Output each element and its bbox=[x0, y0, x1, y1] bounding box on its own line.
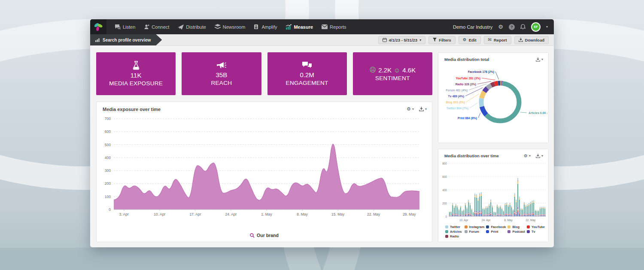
download-icon bbox=[419, 107, 424, 111]
edit-button[interactable]: ⚙ Edit bbox=[459, 36, 481, 44]
bell-icon[interactable] bbox=[520, 24, 526, 30]
chart-bars-icon bbox=[286, 24, 292, 30]
svg-text:200: 200 bbox=[442, 202, 447, 205]
paper-plane-icon bbox=[178, 24, 184, 30]
legend-label: Forum bbox=[469, 230, 479, 234]
print-icon bbox=[486, 230, 489, 233]
chart-export-control[interactable]: ▾ bbox=[536, 154, 543, 158]
card-title: Media distribution over time bbox=[444, 153, 499, 158]
legend-item-podcast[interactable]: Podcast bbox=[507, 230, 525, 234]
avatar[interactable]: EF bbox=[531, 22, 541, 32]
legend-item-youtube[interactable]: YouTube bbox=[527, 225, 545, 229]
caret-icon: ▾ bbox=[529, 154, 531, 158]
svg-text:400: 400 bbox=[442, 189, 447, 192]
donut-label-twitter: Twitter 804 (7%) bbox=[447, 107, 468, 110]
legend-item-instagram[interactable]: Instagram bbox=[465, 225, 485, 229]
kpi-engagement[interactable]: 0.2M ENGAGEMENT bbox=[267, 52, 347, 95]
legend-label: Tv bbox=[532, 230, 535, 234]
legend-label: Twitter bbox=[450, 225, 460, 229]
right-column: Media distribution total ▾ Articles 6.6K… bbox=[438, 52, 549, 242]
kpi-value: 11K bbox=[131, 72, 142, 79]
svg-text:8. May: 8. May bbox=[504, 219, 513, 222]
legend-column: InstagramForum bbox=[465, 225, 485, 238]
account-caret-icon[interactable]: ▾ bbox=[546, 25, 548, 29]
donut-label-articles: Articles 6.6K (61%) bbox=[529, 111, 547, 115]
legend-item-twitter[interactable]: Twitter bbox=[445, 225, 463, 229]
kpi-label: MEDIA EXPOSURE bbox=[109, 80, 163, 87]
donut-chart-svg: Articles 6.6K (61%)Print 884 (8%)Twitter… bbox=[439, 63, 547, 139]
nav-item-amplify[interactable]: Amplify bbox=[250, 19, 281, 34]
legend-item-print[interactable]: Print bbox=[486, 230, 506, 234]
download-icon bbox=[536, 57, 540, 62]
nav-label: Listen bbox=[123, 24, 135, 30]
filters-button[interactable]: Filters bbox=[428, 36, 456, 44]
download-button[interactable]: Download bbox=[514, 36, 549, 44]
legend-label: Our brand bbox=[257, 233, 279, 238]
nav-item-measure[interactable]: Measure bbox=[282, 19, 317, 34]
search-profile-tab[interactable]: Search profile overview bbox=[90, 34, 162, 45]
area-chart: 01002003004005006007003. Apr10. Apr17. A… bbox=[97, 114, 432, 232]
forum-icon bbox=[465, 230, 468, 233]
legend-label: Print bbox=[491, 230, 498, 234]
chart-export-control[interactable]: ▾ bbox=[536, 57, 543, 62]
svg-text:500: 500 bbox=[105, 143, 111, 147]
our-brand-legend[interactable]: Our brand bbox=[97, 232, 432, 242]
legend-label: Podcast bbox=[512, 230, 525, 234]
svg-text:0: 0 bbox=[445, 215, 447, 218]
report-button[interactable]: ✉ Report bbox=[484, 36, 511, 44]
negative-sentiment-value: 2.2K bbox=[378, 66, 392, 74]
nav-item-listen[interactable]: Listen bbox=[111, 19, 139, 34]
legend-item-forum[interactable]: Forum bbox=[465, 230, 485, 234]
nav-label: Reports bbox=[330, 24, 346, 30]
legend-item-facebook[interactable]: Facebook bbox=[486, 225, 506, 229]
caret-icon: ▾ bbox=[412, 107, 414, 111]
nav-label: Amplify bbox=[261, 24, 277, 30]
kpi-media-exposure[interactable]: 11K MEDIA EXPOSURE bbox=[96, 52, 176, 95]
chart-settings-control[interactable]: ⚙ ▾ bbox=[524, 153, 531, 158]
toolbar: Search profile overview 4/1/23 - 5/31/23… bbox=[90, 34, 554, 46]
legend-item-blog[interactable]: Blog bbox=[507, 225, 525, 229]
chart-settings-control[interactable]: ⚙ ▾ bbox=[407, 106, 414, 112]
media-exposure-header: Media exposure over time ⚙ ▾ ▾ bbox=[97, 102, 432, 114]
legend-item-articles[interactable]: Articles bbox=[445, 230, 463, 234]
dashboard-window: Listen Connect Distribute Newsroom Ampli… bbox=[90, 19, 554, 247]
date-range-button[interactable]: 4/1/23 - 5/31/23 ▾ bbox=[378, 36, 426, 44]
chart-export-control[interactable]: ▾ bbox=[419, 107, 427, 111]
settings-gear-icon[interactable]: ⚙ bbox=[498, 24, 503, 30]
sad-face-icon: ☹ bbox=[370, 66, 377, 74]
download-icon bbox=[519, 38, 523, 42]
svg-text:24. Apr: 24. Apr bbox=[225, 212, 237, 216]
svg-text:22. May: 22. May bbox=[367, 212, 380, 216]
account-name: Demo Car Industry bbox=[453, 24, 492, 30]
legend-column: YouTubeTv bbox=[527, 225, 545, 238]
media-distribution-total-card: Media distribution total ▾ Articles 6.6K… bbox=[438, 52, 549, 143]
svg-text:17. Apr: 17. Apr bbox=[189, 212, 201, 216]
nav-item-newsroom[interactable]: Newsroom bbox=[211, 19, 249, 34]
donut-label-print: Print 884 (8%) bbox=[458, 117, 477, 120]
kpi-sentiment[interactable]: ☹ 2.2K ☺ 4.6K SENTIMENT bbox=[353, 52, 432, 95]
nav-item-distribute[interactable]: Distribute bbox=[174, 19, 210, 34]
funnel-icon bbox=[433, 38, 437, 42]
kpi-reach[interactable]: 35B REACH bbox=[182, 52, 261, 95]
donut-label-radio: Radio 328 (3%) bbox=[456, 83, 476, 86]
brand-logo[interactable] bbox=[90, 19, 106, 34]
twitter-icon bbox=[445, 225, 448, 228]
edit-label: Edit bbox=[469, 38, 477, 42]
profile-tab-label: Search profile overview bbox=[103, 38, 151, 42]
legend-item-tv[interactable]: Tv bbox=[527, 230, 545, 234]
kpi-value: 35B bbox=[216, 71, 228, 78]
nav-item-reports[interactable]: Reports bbox=[318, 19, 350, 34]
gear-icon: ⚙ bbox=[463, 38, 467, 42]
card-title: Media exposure over time bbox=[103, 107, 161, 112]
svg-text:29. May: 29. May bbox=[403, 212, 416, 216]
gear-icon: ⚙ bbox=[524, 153, 528, 158]
svg-text:800: 800 bbox=[442, 162, 447, 165]
dashboard-content: 11K MEDIA EXPOSURE 35B REACH 0.2M ENGAGE… bbox=[90, 46, 554, 247]
nav-item-connect[interactable]: Connect bbox=[140, 19, 173, 34]
kpi-value: 0.2M bbox=[300, 71, 314, 78]
stacked-bar-chart-svg: 020040060080010. Apr24. Apr8. May22. May bbox=[438, 160, 548, 224]
donut-label-tv: Tv 489 (4%) bbox=[448, 95, 464, 98]
help-icon[interactable]: ? bbox=[509, 24, 515, 30]
media-distribution-time-card: Media distribution over time ⚙ ▾ ▾ 02004… bbox=[438, 149, 549, 242]
legend-item-radio[interactable]: Radio bbox=[445, 234, 463, 238]
